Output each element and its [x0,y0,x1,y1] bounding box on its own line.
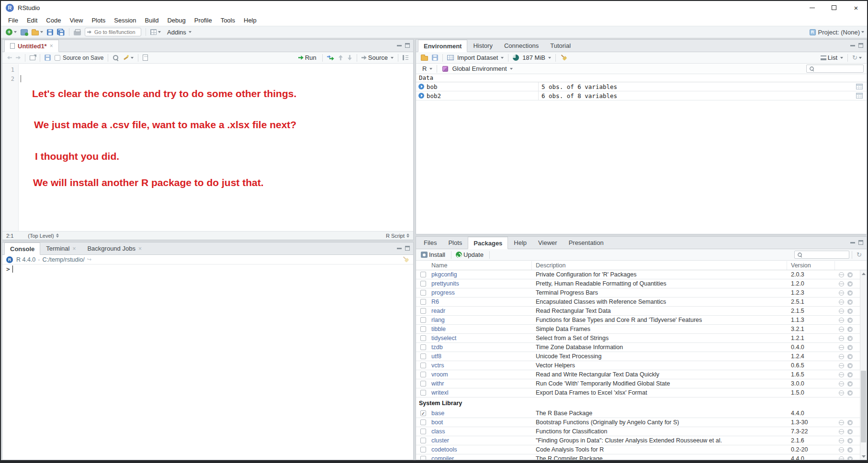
package-name-link[interactable]: compiler [431,455,454,460]
remove-package-icon[interactable] [847,309,853,314]
package-loaded-checkbox[interactable] [420,281,426,287]
clear-environment-button[interactable] [559,53,569,62]
vertical-scrollbar[interactable] [860,270,867,460]
maximize-window-button[interactable] [823,1,845,14]
menu-item[interactable]: Code [42,15,65,25]
print-button[interactable] [72,28,82,36]
minimize-pane-icon[interactable] [397,247,402,249]
tab-plots[interactable]: Plots [442,237,468,249]
remove-package-icon[interactable] [847,299,853,305]
tab-history[interactable]: History [467,40,498,52]
package-name-link[interactable]: base [431,410,444,417]
filetype-selector[interactable]: R Script [386,233,409,239]
new-project-button[interactable] [19,28,29,36]
project-selector[interactable]: R Project: (None) [810,29,864,36]
compile-report-button[interactable] [141,54,149,62]
memory-usage-button[interactable]: 187 MiB [511,53,552,62]
goto-directory-icon[interactable]: ↪ [87,256,91,263]
remove-package-icon[interactable] [847,318,853,323]
remove-package-icon[interactable] [847,327,853,332]
install-button[interactable]: Install [419,250,448,259]
tab-files[interactable]: Files [418,237,442,249]
browse-package-icon[interactable] [839,372,844,377]
tab-background-jobs[interactable]: Background Jobs× [81,243,147,254]
back-button[interactable] [6,55,13,61]
package-loaded-checkbox[interactable] [420,447,426,452]
rerun-button[interactable] [326,54,336,62]
menu-item[interactable]: Tools [216,15,239,25]
refresh-packages-button[interactable]: ↻ [855,251,863,259]
environment-object-row[interactable]: bob2 6 obs. of 8 variables [416,91,867,100]
list-view-button[interactable]: List [819,53,845,62]
scope-selector[interactable]: Global Environment [440,64,514,73]
close-tab-icon[interactable]: × [50,43,53,49]
package-name-link[interactable]: class [431,428,445,435]
package-loaded-checkbox[interactable] [420,419,426,425]
expand-object-icon[interactable] [418,93,424,99]
package-name-link[interactable]: vroom [431,371,448,378]
package-name-link[interactable]: prettyunits [431,280,459,287]
browse-package-icon[interactable] [839,290,844,296]
go-previous-section-button[interactable] [337,54,345,61]
tab-packages[interactable]: Packages [468,237,508,249]
remove-package-icon[interactable] [847,354,853,359]
package-name-link[interactable]: utf8 [431,353,441,360]
menu-item[interactable]: View [65,15,87,25]
tab-tutorial[interactable]: Tutorial [544,40,576,52]
scroll-up-icon[interactable] [860,270,867,277]
maximize-pane-icon[interactable] [858,240,863,245]
browse-package-icon[interactable] [839,447,844,452]
package-name-link[interactable]: R6 [431,298,439,305]
menu-item[interactable]: Help [239,15,261,25]
package-name-link[interactable]: cluster [431,437,449,444]
new-file-button[interactable]: + [4,28,18,36]
view-table-icon[interactable] [856,84,863,89]
tab-connections[interactable]: Connections [498,40,544,52]
minimize-pane-icon[interactable] [397,44,402,46]
package-name-link[interactable]: vctrs [431,362,444,369]
forward-button[interactable] [14,55,22,61]
menu-item[interactable]: File [4,15,23,25]
scroll-down-icon[interactable] [860,453,867,460]
environment-object-row[interactable]: bob 5 obs. of 6 variables [416,82,867,91]
save-workspace-button[interactable] [430,54,440,62]
find-replace-button[interactable] [111,54,120,62]
menu-item[interactable]: Debug [163,15,190,25]
environment-search-input[interactable] [815,66,861,72]
clear-console-icon[interactable] [401,254,411,265]
update-button[interactable]: Update [454,250,486,259]
working-directory[interactable]: C:/temp/rstudio/ [42,256,84,263]
package-loaded-checkbox[interactable] [420,335,426,341]
close-window-button[interactable]: × [845,1,867,14]
remove-package-icon[interactable] [847,372,853,377]
browse-package-icon[interactable] [839,299,844,305]
addins-grid-button[interactable] [149,28,162,36]
package-loaded-checkbox[interactable] [420,272,426,277]
package-name-link[interactable]: tibble [431,326,446,332]
save-file-button[interactable] [43,54,52,62]
package-loaded-checkbox[interactable] [420,353,426,359]
remove-package-icon[interactable] [847,429,853,434]
remove-package-icon[interactable] [847,272,853,277]
goto-file-input[interactable] [93,29,139,35]
r-version-label[interactable]: R 4.4.0 [16,256,35,263]
tab-environment[interactable]: Environment [418,40,467,52]
scope-selector[interactable]: (Top Level) [28,233,58,239]
remove-package-icon[interactable] [847,438,853,443]
browse-package-icon[interactable] [839,309,844,314]
tab-untitled1[interactable]: Untitled1* × [4,40,59,52]
package-name-link[interactable]: tzdb [431,344,443,351]
browse-package-icon[interactable] [839,345,844,350]
remove-package-icon[interactable] [847,390,853,396]
package-name-link[interactable]: tidyselect [431,335,456,342]
package-name-link[interactable]: codetools [431,446,457,453]
menu-item[interactable]: Edit [23,15,42,25]
refresh-environment-button[interactable]: ↻ [851,54,863,62]
browse-package-icon[interactable] [839,354,844,359]
tab-presentation[interactable]: Presentation [563,237,609,249]
package-name-link[interactable]: withr [431,380,444,387]
package-loaded-checkbox[interactable] [420,429,426,434]
package-loaded-checkbox[interactable] [420,390,426,396]
close-tab-icon[interactable]: × [138,245,142,252]
maximize-pane-icon[interactable] [858,43,863,48]
